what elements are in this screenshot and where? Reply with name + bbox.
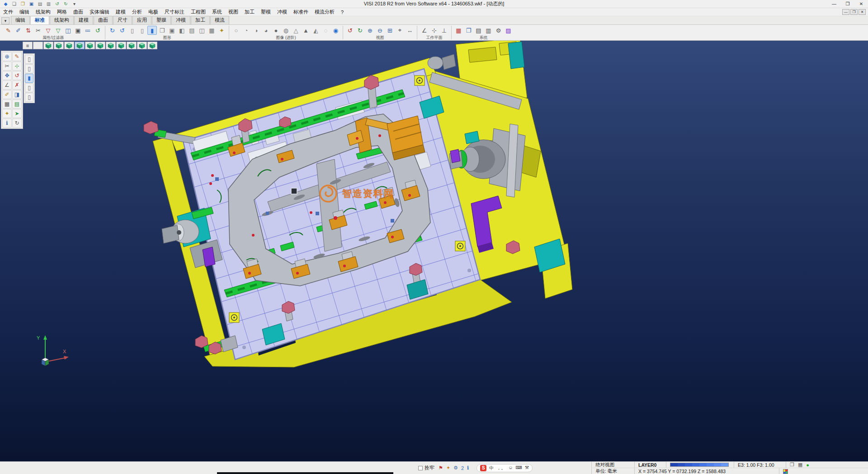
zoom-in-icon[interactable]: ⊕ <box>365 26 375 35</box>
rotate-tool-icon[interactable]: ↺ <box>12 71 22 80</box>
view-front-button[interactable] <box>54 42 64 49</box>
tab-wireframe[interactable]: 线架构 <box>50 16 74 24</box>
database-icon[interactable]: ▥ <box>484 26 493 35</box>
quick-access-dropdown[interactable]: ▾ <box>71 0 78 7</box>
zoom-out-icon[interactable]: ⊖ <box>375 26 385 35</box>
window-display-icon[interactable]: ◫ <box>197 26 207 35</box>
workplane-angle-icon[interactable]: ∠ <box>420 26 429 35</box>
shaded-box-icon[interactable]: ▣ <box>167 26 177 35</box>
menu-view[interactable]: 视图 <box>225 8 241 16</box>
3d-viewport[interactable]: ≡ ⊕✎✂⊹✥↺∠✗✐◨▦▤✦➤ℹ↻ ▯▯▮▯▯ 智造资料网 Y X <box>0 41 868 461</box>
plugin-icon[interactable]: ▨ <box>504 26 513 35</box>
save-icon[interactable]: ▣ <box>28 0 35 7</box>
monitor-icon[interactable]: ❐ <box>464 26 473 35</box>
tab-standard[interactable]: 标准 <box>30 16 49 24</box>
settings-gear-icon[interactable]: ⚙ <box>494 26 503 35</box>
plot-icon[interactable]: ▥ <box>45 0 52 7</box>
cut-tool-icon[interactable]: ✂ <box>2 62 12 71</box>
selection-set-4-button[interactable]: ▯ <box>25 83 33 92</box>
select-tool-icon[interactable]: ➤ <box>12 109 22 118</box>
menu-edit[interactable]: 编辑 <box>16 8 33 16</box>
maximize-button[interactable]: ❐ <box>841 0 854 8</box>
grid-display-icon[interactable]: ▦ <box>207 26 217 35</box>
tab-die[interactable]: 冲模 <box>171 16 190 24</box>
lock-checkbox[interactable] <box>418 466 423 470</box>
half-shaded-icon[interactable]: ◑ <box>251 26 261 35</box>
menu-flow-analysis[interactable]: 模流分析 <box>311 8 338 16</box>
grid-status-icon[interactable]: ▦ <box>798 462 802 468</box>
mark-tool-icon[interactable]: ✦ <box>2 109 12 118</box>
stack-display-icon[interactable]: ▤ <box>187 26 197 35</box>
model-canvas[interactable] <box>0 41 868 461</box>
view-back-button[interactable] <box>64 42 74 49</box>
menu-surface[interactable]: 曲面 <box>70 8 86 16</box>
view-top-button[interactable] <box>95 42 105 49</box>
ime-tools-icon[interactable]: ⚒ <box>525 465 529 471</box>
ime-emoji[interactable]: ☺ <box>508 465 513 471</box>
zoom-window-icon[interactable]: ⊞ <box>385 26 395 35</box>
box-display-icon[interactable]: ❒ <box>157 26 167 35</box>
grid-tool-icon[interactable]: ▦ <box>2 100 12 109</box>
active-layer[interactable]: LAYER0 <box>634 462 666 468</box>
menu-drawing[interactable]: 工程图 <box>188 8 209 16</box>
menu-system[interactable]: 系统 <box>209 8 225 16</box>
info-icon[interactable]: ℹ <box>467 465 469 471</box>
edit-tool-icon[interactable]: ✎ <box>12 52 22 61</box>
view-center-icon[interactable]: ⌖ <box>395 26 405 35</box>
tab-machining[interactable]: 加工 <box>191 16 210 24</box>
mostly-shaded-icon[interactable]: ◕ <box>261 26 271 35</box>
menu-solid-edit[interactable]: 实体编辑 <box>86 8 113 16</box>
mdi-minimize-button[interactable]: — <box>842 9 849 15</box>
view-axonometric-button[interactable] <box>43 42 53 49</box>
menu-file[interactable]: 文件 <box>0 8 16 16</box>
fit-view-icon[interactable]: ↔ <box>405 26 415 35</box>
refresh-tool-icon[interactable]: ↻ <box>12 118 22 128</box>
minimize-button[interactable]: — <box>827 0 841 8</box>
menu-electrode[interactable]: 电极 <box>145 8 161 16</box>
color-palette-icon[interactable]: ▦ <box>454 26 463 35</box>
menu-standard-parts[interactable]: 标准件 <box>290 8 311 16</box>
snapshot-icon[interactable]: ◉ <box>331 26 340 35</box>
axis-tool-icon[interactable]: ⊹ <box>12 62 22 71</box>
close-button[interactable]: ✕ <box>854 0 868 8</box>
view-iso-se-button[interactable] <box>137 42 147 49</box>
menu-analysis[interactable]: 分析 <box>129 8 145 16</box>
selection-set-3-button[interactable]: ▮ <box>25 74 33 83</box>
selection-set-2-button[interactable]: ▯ <box>25 64 33 73</box>
transparent-mode-icon[interactable]: ◌ <box>321 26 330 35</box>
menu-die[interactable]: 冲模 <box>274 8 290 16</box>
rotate-view-right-icon[interactable]: ↻ <box>355 26 365 35</box>
tab-molding[interactable]: 塑膜 <box>152 16 171 24</box>
hidden-line-icon[interactable]: ◔ <box>241 26 251 35</box>
view-bottom-button[interactable] <box>106 42 116 49</box>
view-right-button[interactable] <box>85 42 95 49</box>
selection-set-1-button[interactable]: ▯ <box>25 55 33 64</box>
regenerate-icon[interactable]: ↺ <box>118 26 127 35</box>
modify-attributes-icon[interactable]: ✎ <box>4 26 13 35</box>
selection-mask-icon[interactable]: ◫ <box>63 26 73 35</box>
redraw-icon[interactable]: ↻ <box>108 26 117 35</box>
tab-surface[interactable]: 曲面 <box>94 16 113 24</box>
open-file-icon[interactable]: ❐ <box>19 0 27 7</box>
undo-icon[interactable]: ↺ <box>53 0 61 7</box>
filter-green-icon[interactable]: ▽ <box>53 26 63 35</box>
layers-tool-icon[interactable]: ▤ <box>12 100 22 109</box>
move-tool-icon[interactable]: ✥ <box>2 71 12 80</box>
bar-display-icon[interactable]: ▯ <box>137 26 147 35</box>
mesh-mode-icon[interactable]: △ <box>291 26 301 35</box>
report-icon[interactable]: ❐ <box>790 462 794 468</box>
ime-keyboard-icon[interactable]: ⌨ <box>516 465 522 471</box>
connection-status-dot[interactable]: ● <box>806 462 809 468</box>
workplane-origin-icon[interactable]: ⊹ <box>429 26 439 35</box>
tab-application[interactable]: 应用 <box>132 16 151 24</box>
layer-swap-icon[interactable]: ⇅ <box>24 26 33 35</box>
workplane-normal-icon[interactable]: ⊥ <box>439 26 449 35</box>
view-left-button[interactable] <box>75 42 85 49</box>
redo-icon[interactable]: ↻ <box>62 0 70 7</box>
textured-mode-icon[interactable]: ◍ <box>281 26 291 35</box>
view-iso-ne-button[interactable] <box>116 42 126 49</box>
tab-modeling[interactable]: 建模 <box>74 16 93 24</box>
blank-view-button[interactable] <box>33 42 43 49</box>
view-iso-nw-button[interactable] <box>127 42 137 49</box>
zoom-tool-icon[interactable]: ⊕ <box>2 52 12 61</box>
